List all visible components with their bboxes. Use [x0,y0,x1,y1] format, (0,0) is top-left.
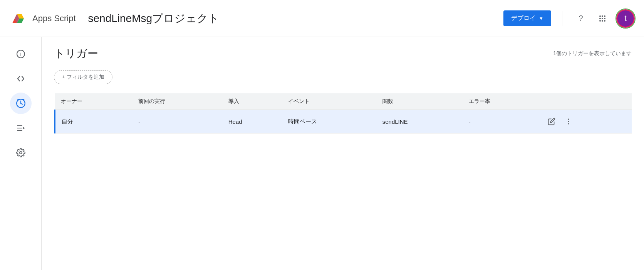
deploy-button[interactable]: デプロイ ▼ [503,10,551,26]
svg-point-6 [599,20,601,22]
action-icons [546,116,626,127]
svg-point-4 [602,18,603,19]
sidebar-item-settings[interactable] [10,142,32,164]
header-divider [562,11,562,26]
page-title: トリガー [54,46,98,61]
cell-function: sendLINE [376,110,463,133]
svg-point-18 [568,121,569,122]
header: Apps Script sendLineMsgプロジェクト デプロイ ▼ ? t [0,0,644,37]
svg-point-1 [602,15,603,17]
executions-icon [16,123,25,133]
svg-point-17 [568,119,569,120]
sidebar-item-triggers[interactable] [10,93,32,114]
content-area: トリガー 1個のトリガーを表示しています + フィルタを追加 オーナー 前回の実… [42,37,644,270]
project-title: sendLineMsgプロジェクト [88,11,220,26]
help-button[interactable]: ? [573,11,589,26]
svg-point-7 [602,20,603,22]
edit-icon [548,118,555,125]
add-filter-button[interactable]: + フィルタを追加 [54,70,112,84]
avatar-letter: t [624,14,627,23]
svg-point-19 [568,123,569,124]
grid-menu-button[interactable] [595,11,610,26]
cell-actions [540,110,632,133]
col-event: イベント [282,93,376,110]
grid-icon [598,14,607,23]
avatar-button[interactable]: t [616,9,635,28]
info-icon: i [16,49,25,59]
table-header: オーナー 前回の実行 導入 イベント 関数 エラー率 [55,93,632,110]
main-layout: i [0,37,644,270]
add-filter-label: + フィルタを追加 [62,74,104,81]
more-vertical-icon [565,118,572,125]
trigger-count: 1個のトリガーを表示しています [553,50,632,57]
sidebar-item-executions[interactable] [10,117,32,139]
apps-script-logo [9,9,28,28]
sidebar: i [0,37,42,270]
svg-text:i: i [20,51,21,57]
col-deployment: 導入 [222,93,282,110]
svg-point-3 [599,18,601,19]
svg-point-16 [20,152,22,154]
cell-event: 時間ベース [282,110,376,133]
cell-owner: 自分 [55,110,132,133]
svg-point-5 [604,18,605,19]
svg-point-0 [599,15,601,17]
cell-error-rate: - [463,110,540,133]
sidebar-item-code[interactable] [10,68,32,89]
settings-icon [16,148,25,157]
logo-area: Apps Script [9,9,76,28]
help-icon: ? [579,14,583,23]
svg-point-8 [604,20,605,22]
more-options-button[interactable] [563,116,574,127]
svg-marker-15 [23,127,25,129]
cell-deployment: Head [222,110,282,133]
svg-point-2 [604,15,605,17]
deploy-label: デプロイ [511,14,536,22]
cell-last-run: - [132,110,222,133]
triggers-table: オーナー 前回の実行 導入 イベント 関数 エラー率 自分 - Head 時間ベ… [54,93,632,133]
clock-icon [16,98,26,108]
col-function: 関数 [376,93,463,110]
table-body: 自分 - Head 時間ベース sendLINE - [55,110,632,133]
app-title: Apps Script [32,14,76,24]
table-row: 自分 - Head 時間ベース sendLINE - [55,110,632,133]
col-owner: オーナー [55,93,132,110]
col-last-run: 前回の実行 [132,93,222,110]
code-icon [16,74,25,83]
deploy-chevron-icon: ▼ [539,16,543,21]
col-error-rate: エラー率 [463,93,540,110]
sidebar-item-info[interactable]: i [10,43,32,65]
col-actions [540,93,632,110]
content-header: トリガー 1個のトリガーを表示しています [54,46,632,61]
edit-trigger-button[interactable] [546,116,557,127]
